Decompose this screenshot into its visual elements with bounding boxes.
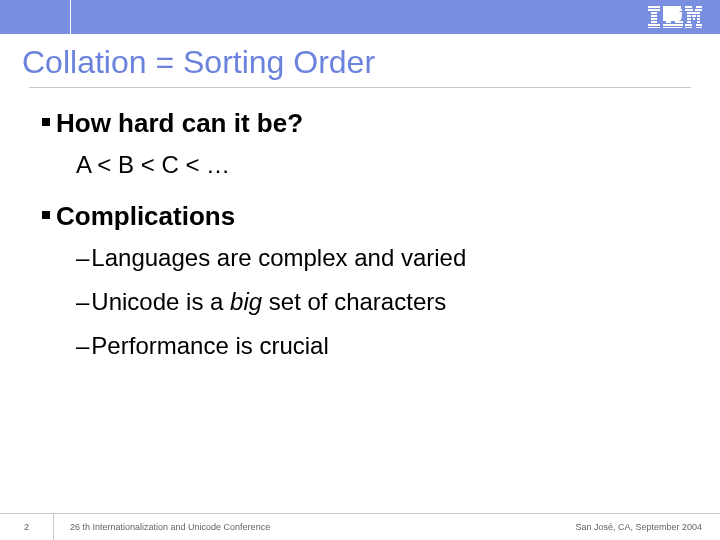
slide: Collation = Sorting Order How hard can i… xyxy=(0,0,720,540)
svg-rect-31 xyxy=(697,21,700,23)
slide-title: Collation = Sorting Order xyxy=(0,34,720,87)
bullet-sequence: A < B < C < … xyxy=(76,151,698,179)
svg-rect-30 xyxy=(687,21,691,23)
svg-rect-2 xyxy=(651,12,657,14)
dash-icon: – xyxy=(76,244,89,271)
svg-rect-21 xyxy=(695,9,702,11)
sub-bullet-text-part2: set of characters xyxy=(262,288,446,315)
svg-rect-13 xyxy=(666,18,681,20)
sub-bullet-emphasis: big xyxy=(230,288,262,315)
svg-rect-33 xyxy=(696,24,702,26)
svg-rect-17 xyxy=(663,27,682,28)
svg-rect-3 xyxy=(651,15,657,17)
sub-bullet-unicode: –Unicode is a big set of characters xyxy=(76,288,698,316)
square-bullet-icon xyxy=(42,118,50,126)
svg-rect-5 xyxy=(651,21,657,23)
svg-rect-25 xyxy=(692,15,696,17)
svg-rect-15 xyxy=(675,21,683,23)
svg-rect-16 xyxy=(663,24,683,26)
svg-rect-11 xyxy=(675,12,682,14)
sub-bullet-languages: –Languages are complex and varied xyxy=(76,244,698,272)
bullet-how-hard: How hard can it be? xyxy=(42,108,698,139)
svg-rect-19 xyxy=(696,6,702,8)
svg-rect-4 xyxy=(651,18,657,20)
svg-rect-6 xyxy=(648,24,660,26)
sub-bullet-performance: –Performance is crucial xyxy=(76,332,698,360)
svg-rect-34 xyxy=(685,27,692,28)
svg-rect-35 xyxy=(696,27,702,28)
top-bar-divider xyxy=(70,0,71,34)
sub-bullet-text-part1: Unicode is a xyxy=(91,288,230,315)
svg-rect-26 xyxy=(697,15,700,17)
ibm-logo-icon xyxy=(648,6,702,28)
svg-rect-24 xyxy=(687,15,691,17)
page-number: 2 xyxy=(0,514,54,540)
bullet-complications: Complications xyxy=(42,201,698,232)
sub-bullet-text: Languages are complex and varied xyxy=(91,244,466,271)
dash-icon: – xyxy=(76,288,89,315)
svg-rect-7 xyxy=(648,27,660,28)
svg-rect-22 xyxy=(687,12,694,14)
top-bar xyxy=(0,0,720,34)
svg-rect-20 xyxy=(685,9,693,11)
slide-body: How hard can it be? A < B < C < … Compli… xyxy=(0,88,720,360)
bullet-heading: How hard can it be? xyxy=(56,108,303,139)
svg-rect-14 xyxy=(666,21,671,23)
svg-rect-0 xyxy=(648,6,660,8)
svg-rect-23 xyxy=(694,12,700,14)
slide-footer: 2 26 th Internationalization and Unicode… xyxy=(0,513,720,540)
svg-rect-32 xyxy=(685,24,692,26)
svg-rect-28 xyxy=(693,18,695,20)
footer-row: 2 26 th Internationalization and Unicode… xyxy=(0,514,720,540)
svg-rect-12 xyxy=(666,15,681,17)
sub-bullet-text: Performance is crucial xyxy=(91,332,328,359)
svg-rect-10 xyxy=(666,12,671,14)
svg-rect-27 xyxy=(687,18,691,20)
svg-rect-8 xyxy=(663,6,681,8)
svg-rect-29 xyxy=(697,18,700,20)
bullet-heading: Complications xyxy=(56,201,235,232)
svg-rect-1 xyxy=(648,9,660,11)
svg-rect-18 xyxy=(685,6,692,8)
square-bullet-icon xyxy=(42,211,50,219)
dash-icon: – xyxy=(76,332,89,359)
svg-rect-9 xyxy=(663,9,682,11)
footer-location: San José, CA, September 2004 xyxy=(575,522,720,532)
footer-conference: 26 th Internationalization and Unicode C… xyxy=(54,522,575,532)
